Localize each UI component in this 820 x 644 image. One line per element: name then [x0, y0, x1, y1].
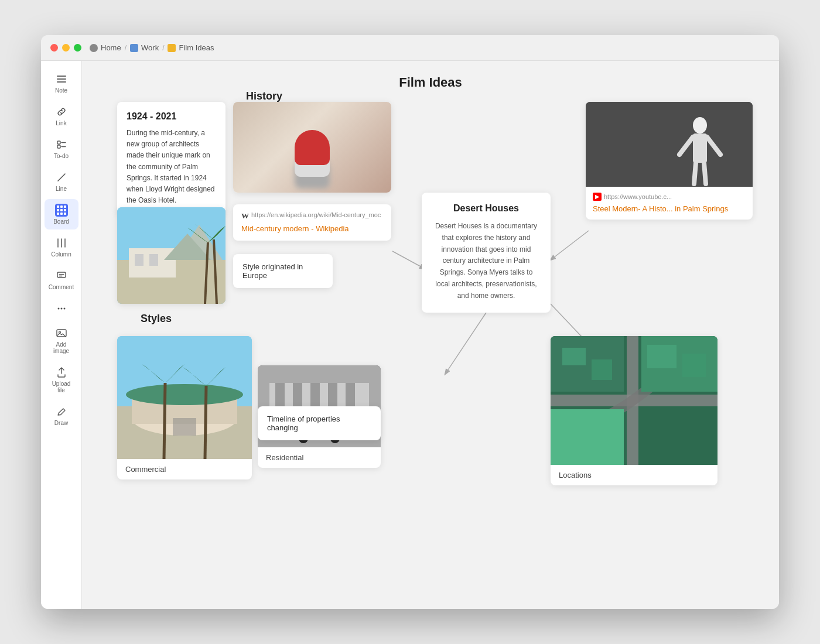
- svg-rect-23: [135, 254, 144, 266]
- svg-rect-2: [57, 145, 60, 148]
- breadcrumb-sep-2: /: [162, 44, 164, 52]
- sidebar-item-upload[interactable]: Upload file: [45, 361, 78, 398]
- history-chair-card[interactable]: [233, 102, 391, 193]
- home-icon: [90, 44, 98, 52]
- sidebar-item-more[interactable]: [45, 297, 78, 320]
- svg-point-11: [57, 308, 59, 310]
- svg-rect-24: [149, 254, 158, 266]
- sidebar-link-label: Link: [56, 120, 66, 126]
- svg-rect-62: [551, 409, 624, 465]
- svg-rect-0: [57, 141, 60, 144]
- breadcrumb-ideas-label[interactable]: Film Ideas: [179, 43, 214, 52]
- more-icon: [55, 302, 68, 315]
- minimize-button[interactable]: [62, 44, 70, 52]
- canvas: Film Ideas History: [82, 61, 779, 609]
- breadcrumb-work-label[interactable]: Work: [141, 43, 159, 52]
- desert-houses-body: Desert Houses is a documentary that expl…: [433, 221, 539, 302]
- svg-line-18: [445, 313, 486, 374]
- youtube-link[interactable]: Steel Modern- A Histo... in Palm Springs: [593, 204, 728, 213]
- svg-rect-60: [551, 336, 624, 392]
- timeline-text: Timeline of properties changing: [267, 415, 340, 432]
- wikipedia-card[interactable]: W https://en.wikipedia.org/wiki/Mid-cent…: [233, 204, 391, 241]
- svg-rect-30: [586, 102, 753, 187]
- svg-line-4: [58, 174, 65, 181]
- svg-rect-65: [592, 359, 612, 380]
- close-button[interactable]: [50, 44, 58, 52]
- svg-point-31: [693, 117, 707, 133]
- svg-rect-66: [647, 345, 676, 368]
- wiki-url: https://en.wikipedia.org/wiki/Mid-centur…: [251, 211, 381, 218]
- commercial-label: Commercial: [117, 459, 252, 479]
- main-area: Note Link: [41, 61, 779, 609]
- column-icon: [55, 237, 68, 249]
- sidebar-add-image-label: Add image: [50, 341, 73, 354]
- sidebar-item-column[interactable]: Column: [45, 232, 78, 262]
- breadcrumb-work[interactable]: Work: [130, 43, 159, 52]
- sidebar-item-add-image[interactable]: Add image: [45, 322, 78, 359]
- traffic-lights: [50, 44, 81, 52]
- sidebar-item-link[interactable]: Link: [45, 101, 78, 131]
- svg-line-43: [205, 386, 206, 459]
- svg-line-17: [551, 231, 589, 260]
- svg-point-12: [60, 308, 62, 310]
- board-icon: [55, 204, 68, 217]
- sidebar-note-label: Note: [55, 87, 67, 94]
- history-text-card[interactable]: 1924 - 2021 During the mid-century, a ne…: [117, 102, 226, 215]
- link-icon: [55, 105, 68, 118]
- style-originated-text: Style originated in Europe: [242, 262, 303, 280]
- residential-label: Residential: [258, 447, 381, 468]
- locations-card[interactable]: Locations: [551, 336, 718, 485]
- page-title: Film Ideas: [82, 61, 779, 95]
- commercial-card[interactable]: Commercial: [117, 336, 252, 479]
- svg-line-35: [694, 163, 696, 184]
- breadcrumb: Home / Work / Film Ideas: [90, 43, 214, 52]
- sidebar-item-note[interactable]: Note: [45, 68, 78, 98]
- work-icon: [130, 44, 138, 52]
- sidebar: Note Link: [41, 61, 82, 609]
- wiki-logo: W: [241, 211, 249, 221]
- sidebar-item-draw[interactable]: Draw: [45, 400, 78, 431]
- history-title: 1924 - 2021: [127, 111, 216, 122]
- desert-houses-card[interactable]: Desert Houses Desert Houses is a documen…: [422, 193, 551, 313]
- maximize-button[interactable]: [74, 44, 81, 52]
- todo-icon: [55, 138, 68, 151]
- sidebar-item-comment[interactable]: Comment: [45, 265, 78, 295]
- sidebar-item-line[interactable]: Line: [45, 166, 78, 197]
- svg-line-16: [392, 251, 425, 269]
- title-bar: Home / Work / Film Ideas: [41, 35, 779, 61]
- palm-image: [117, 207, 226, 304]
- sidebar-item-todo[interactable]: To-do: [45, 133, 78, 164]
- draw-icon: [55, 405, 68, 418]
- youtube-card[interactable]: ▶ https://www.youtube.c... Steel Modern-…: [586, 102, 753, 220]
- wiki-link[interactable]: Mid-century modern - Wikipedia: [241, 224, 349, 233]
- ideas-icon: [168, 44, 176, 52]
- sidebar-item-board[interactable]: Board: [45, 199, 78, 229]
- svg-rect-63: [641, 409, 718, 465]
- svg-rect-64: [562, 348, 586, 365]
- video-thumbnail: [586, 102, 753, 187]
- breadcrumb-home-label[interactable]: Home: [101, 43, 121, 52]
- svg-line-42: [164, 383, 165, 459]
- timeline-card[interactable]: Timeline of properties changing: [258, 406, 381, 440]
- add-image-icon: [55, 327, 68, 340]
- history-section-label: History: [246, 90, 282, 102]
- history-body: During the mid-century, a new group of a…: [127, 128, 216, 206]
- sidebar-column-label: Column: [51, 251, 71, 258]
- app-window: Home / Work / Film Ideas Note: [41, 35, 779, 609]
- sidebar-line-label: Line: [56, 186, 67, 192]
- svg-point-41: [126, 384, 243, 405]
- desert-houses-title: Desert Houses: [433, 203, 539, 214]
- breadcrumb-ideas[interactable]: Film Ideas: [168, 43, 214, 52]
- commercial-image: [117, 336, 252, 459]
- youtube-url: https://www.youtube.c...: [604, 193, 672, 200]
- styles-section-label: Styles: [141, 313, 172, 325]
- sidebar-comment-label: Comment: [49, 284, 74, 290]
- style-originated-card[interactable]: Style originated in Europe: [233, 254, 333, 288]
- sidebar-board-label: Board: [53, 218, 69, 225]
- svg-rect-67: [682, 354, 706, 377]
- line-icon: [55, 171, 68, 184]
- svg-rect-44: [173, 418, 196, 436]
- palm-springs-card[interactable]: [117, 207, 226, 304]
- breadcrumb-home[interactable]: Home: [90, 43, 121, 52]
- sidebar-todo-label: To-do: [54, 153, 69, 159]
